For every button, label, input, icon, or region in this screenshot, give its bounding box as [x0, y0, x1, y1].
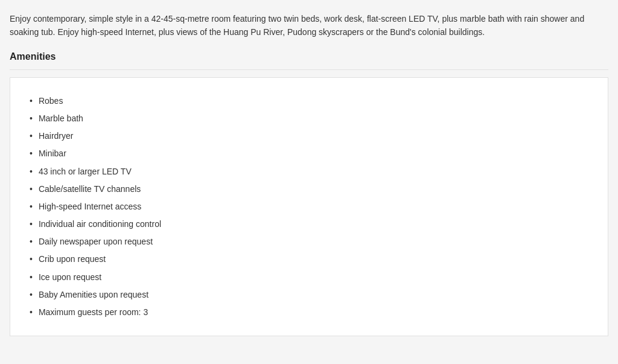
room-description: Enjoy contemporary, simple style in a 42…	[10, 12, 608, 39]
amenity-item: Marble bath	[30, 110, 588, 127]
amenity-item: Individual air conditioning control	[30, 216, 588, 233]
amenity-item: Crib upon request	[30, 251, 588, 268]
amenities-box: RobesMarble bathHairdryerMinibar43 inch …	[10, 77, 608, 336]
amenity-item: Minibar	[30, 145, 588, 162]
amenities-heading: Amenities	[10, 51, 608, 70]
amenity-item: Cable/satellite TV channels	[30, 180, 588, 198]
amenity-item: 43 inch or larger LED TV	[30, 163, 588, 180]
amenity-item: Daily newspaper upon request	[30, 233, 588, 251]
amenities-section: Amenities RobesMarble bathHairdryerMinib…	[10, 51, 608, 336]
amenity-item: Hairdryer	[30, 127, 588, 145]
amenity-item: Robes	[30, 92, 588, 110]
page-container: Enjoy contemporary, simple style in a 42…	[0, 0, 618, 364]
amenity-item: Maximum guests per room: 3	[30, 304, 588, 321]
amenities-list: RobesMarble bathHairdryerMinibar43 inch …	[30, 92, 588, 321]
amenity-item: High-speed Internet access	[30, 198, 588, 216]
amenity-item: Ice upon request	[30, 269, 588, 286]
amenity-item: Baby Amenities upon request	[30, 286, 588, 304]
